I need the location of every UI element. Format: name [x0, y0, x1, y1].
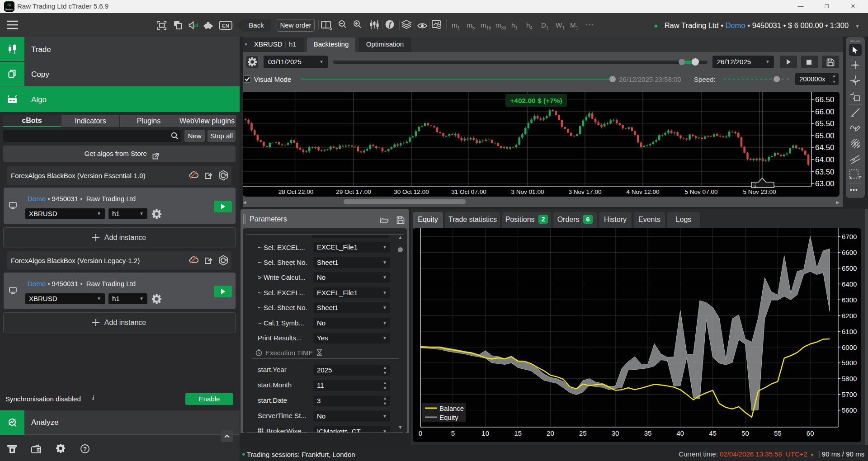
svg-text:63.00: 63.00	[815, 179, 835, 188]
svg-text:5: 5	[451, 429, 455, 437]
svg-text:64.00: 64.00	[815, 155, 835, 164]
svg-text:+402.00 $ (+7%): +402.00 $ (+7%)	[510, 97, 562, 104]
svg-text:6300: 6300	[842, 296, 857, 304]
svg-text:5800: 5800	[842, 375, 857, 382]
svg-text:31 Oct 07:00: 31 Oct 07:00	[451, 188, 486, 195]
svg-text:6500: 6500	[842, 264, 857, 272]
svg-text:0: 0	[419, 429, 422, 437]
svg-text:6600: 6600	[842, 249, 857, 256]
svg-text:30: 30	[612, 429, 619, 437]
svg-text:3 Nov 01:00: 3 Nov 01:00	[511, 188, 544, 195]
svg-text:30 Oct 12:00: 30 Oct 12:00	[394, 188, 429, 195]
svg-text:50: 50	[741, 429, 749, 437]
svg-text:5900: 5900	[842, 359, 857, 367]
svg-text:?: ?	[83, 446, 87, 452]
svg-text:35: 35	[644, 429, 652, 437]
svg-text:66.50: 66.50	[815, 95, 835, 104]
svg-text:6000: 6000	[842, 343, 857, 351]
svg-text:EN: EN	[222, 23, 229, 28]
svg-text:65.50: 65.50	[815, 119, 835, 128]
svg-text:66.00: 66.00	[815, 108, 835, 116]
svg-text:28 Oct 22:00: 28 Oct 22:00	[278, 188, 313, 195]
svg-text:E: E	[858, 145, 860, 149]
svg-text:63.50: 63.50	[815, 168, 835, 176]
svg-text:6100: 6100	[842, 328, 857, 335]
svg-text:5700: 5700	[842, 390, 857, 398]
svg-text:40: 40	[676, 429, 684, 437]
svg-text:55: 55	[774, 429, 782, 437]
svg-text:15: 15	[514, 429, 522, 437]
svg-text:25: 25	[579, 429, 587, 437]
svg-text:6400: 6400	[842, 280, 857, 288]
svg-text:3 Nov 17:00: 3 Nov 17:00	[569, 188, 602, 195]
svg-text:65.00: 65.00	[815, 132, 835, 140]
svg-text:5 Nov 23:00: 5 Nov 23:00	[743, 188, 776, 195]
svg-text:29 Oct 17:00: 29 Oct 17:00	[336, 188, 371, 195]
svg-text:64.50: 64.50	[815, 143, 835, 152]
svg-text:F: F	[859, 175, 862, 180]
svg-text:5600: 5600	[842, 406, 857, 414]
svg-text:60: 60	[807, 429, 814, 437]
svg-text:20: 20	[547, 429, 554, 437]
svg-text:10: 10	[481, 429, 489, 437]
svg-text:45: 45	[709, 429, 717, 437]
svg-text:6700: 6700	[842, 233, 857, 240]
svg-text:Balance: Balance	[439, 405, 464, 412]
svg-text:5 Nov 07:00: 5 Nov 07:00	[685, 188, 718, 195]
svg-text:4 Nov 12:00: 4 Nov 12:00	[627, 188, 660, 195]
svg-text:6200: 6200	[842, 312, 857, 320]
svg-text:Equity: Equity	[439, 414, 458, 421]
